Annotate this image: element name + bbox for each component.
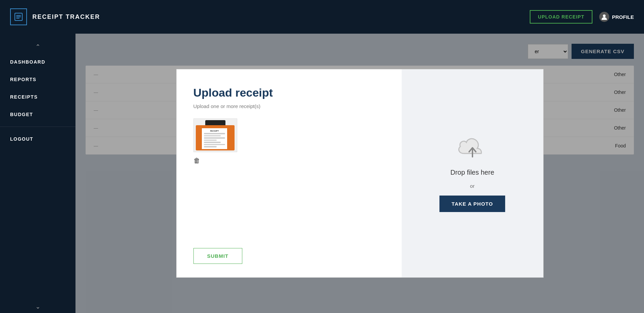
header-left: RECEIPT TRACKER	[10, 8, 100, 25]
sidebar-item-reports[interactable]: REPORTS	[0, 71, 75, 88]
drop-or-text: or	[470, 183, 474, 189]
sidebar-item-dashboard[interactable]: DASHBOARD	[0, 53, 75, 71]
sidebar-scroll-up[interactable]: ⌃	[0, 40, 75, 53]
receipt-paper: RECEIPT	[202, 128, 227, 149]
modal-dropzone[interactable]: Drop files here or TAKE A PHOTO	[402, 69, 543, 277]
receipt-line	[204, 144, 225, 145]
header-right: UPLOAD RECEIPT PROFILE	[530, 10, 634, 24]
svg-point-1	[603, 14, 606, 17]
app-logo-icon	[10, 8, 27, 25]
receipt-line	[204, 146, 217, 147]
profile-icon	[599, 12, 609, 22]
profile-label: PROFILE	[612, 14, 634, 20]
sidebar-item-logout[interactable]: LOGOUT	[0, 130, 75, 148]
header: RECEIPT TRACKER UPLOAD RECEIPT PROFILE	[0, 0, 644, 34]
submit-button[interactable]: SUBMIT	[193, 248, 243, 264]
receipt-thumbnails: RECEIPT 🗑	[193, 118, 385, 165]
modal-left-panel: Upload receipt Upload one or more receip…	[177, 69, 402, 277]
delete-receipt-icon[interactable]: 🗑	[193, 157, 200, 165]
take-photo-button[interactable]: TAKE A PHOTO	[439, 196, 505, 212]
receipt-line	[204, 140, 217, 141]
receipt-thumbnail: RECEIPT	[193, 118, 237, 152]
sidebar-item-receipts[interactable]: RECEIPTS	[0, 88, 75, 106]
receipt-line	[204, 135, 221, 137]
content-area: er GENERATE CSV — Other — Other — Other	[75, 34, 644, 313]
modal-title: Upload receipt	[193, 86, 385, 99]
cloud-upload-icon	[456, 135, 489, 162]
sidebar-divider	[0, 127, 75, 127]
modal-overlay[interactable]: Upload receipt Upload one or more receip…	[75, 34, 644, 313]
upload-modal: Upload receipt Upload one or more receip…	[176, 69, 544, 278]
sidebar-item-budget[interactable]: BUDGET	[0, 106, 75, 123]
upload-receipt-button[interactable]: UPLOAD RECEIPT	[530, 10, 592, 24]
profile-area[interactable]: PROFILE	[599, 12, 634, 22]
receipt-paper-title: RECEIPT	[204, 130, 225, 132]
sidebar: ⌃ DASHBOARD REPORTS RECEIPTS BUDGET LOGO…	[0, 34, 75, 313]
modal-subtitle: Upload one or more receipt(s)	[193, 103, 385, 109]
drop-files-text: Drop files here	[450, 169, 494, 176]
receipt-line	[204, 133, 225, 134]
receipt-line	[204, 137, 225, 139]
receipt-illustration: RECEIPT	[196, 120, 235, 150]
app-title: RECEIPT TRACKER	[32, 13, 100, 21]
main-layout: ⌃ DASHBOARD REPORTS RECEIPTS BUDGET LOGO…	[0, 34, 644, 313]
sidebar-scroll-down[interactable]: ⌄	[0, 300, 75, 313]
receipt-line	[204, 142, 221, 143]
